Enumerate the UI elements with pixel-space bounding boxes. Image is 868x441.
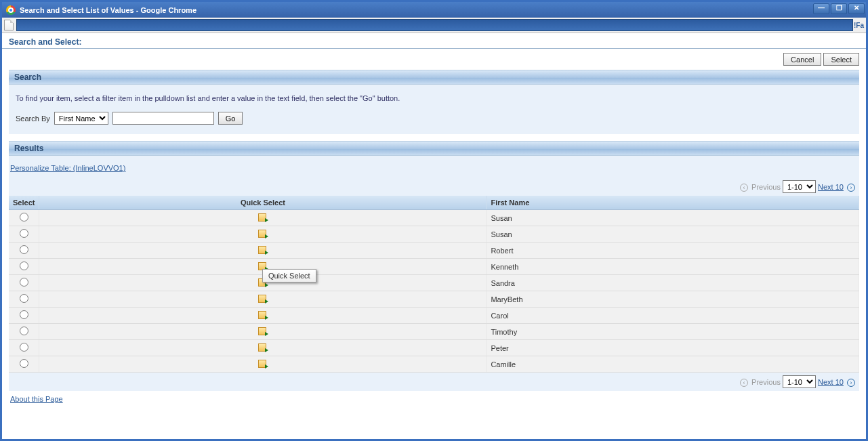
search-help-text: To find your item, select a filter item … — [16, 94, 852, 102]
row-select-radio[interactable] — [20, 278, 28, 287]
row-select-radio[interactable] — [20, 229, 28, 238]
address-bar[interactable] — [16, 19, 853, 31]
first-name-cell: Peter — [487, 340, 859, 356]
table-row: Peter — [9, 340, 859, 356]
search-by-label: Search By — [16, 114, 50, 123]
search-panel: To find your item, select a filter item … — [9, 85, 859, 134]
quick-select-icon[interactable] — [258, 311, 268, 319]
first-name-cell: Sandra — [487, 275, 859, 291]
about-page-link[interactable]: About this Page — [2, 391, 63, 403]
col-quick-select: Quick Select — [39, 196, 487, 210]
quick-select-icon[interactable] — [258, 343, 268, 352]
next-icon-top[interactable]: › — [847, 184, 855, 192]
row-select-radio[interactable] — [20, 327, 28, 335]
first-name-cell: Robert — [487, 243, 859, 259]
table-row: Sandra — [9, 275, 859, 291]
table-row: Susan — [9, 210, 859, 226]
range-select-top[interactable]: 1-10 — [783, 180, 816, 193]
table-row: Susan — [9, 226, 859, 243]
results-section-header: Results — [9, 141, 859, 156]
previous-label-bottom: Previous — [751, 378, 781, 386]
table-row: Camille — [9, 356, 859, 373]
maximize-button[interactable]: ❐ — [831, 3, 847, 14]
page-icon — [4, 20, 14, 30]
col-first-name: First Name — [487, 196, 859, 210]
quick-select-icon[interactable] — [258, 327, 268, 335]
window-title: Search and Select List of Values - Googl… — [20, 6, 197, 14]
window-titlebar: Search and Select List of Values - Googl… — [2, 2, 866, 18]
next-link-top[interactable]: Next 10 — [818, 183, 844, 191]
prev-icon-bottom: ‹ — [740, 379, 748, 387]
pager-top: ‹ Previous 1-10 Next 10 › — [9, 177, 859, 196]
first-name-cell: Camille — [487, 356, 859, 373]
table-row: Carol — [9, 308, 859, 324]
page-title: Search and Select: — [2, 33, 866, 49]
minimize-button[interactable]: — — [813, 3, 829, 14]
quick-select-icon[interactable] — [258, 360, 268, 368]
search-section-header: Search — [9, 70, 859, 85]
results-table: Select Quick Select First Name SusanSusa… — [9, 196, 859, 373]
row-select-radio[interactable] — [20, 310, 28, 319]
select-button[interactable]: Select — [823, 53, 859, 66]
first-name-cell: Kenneth — [487, 259, 859, 275]
table-row: Robert — [9, 243, 859, 259]
range-select-bottom[interactable]: 1-10 — [783, 375, 816, 388]
row-select-radio[interactable] — [20, 359, 28, 368]
table-row: Timothy — [9, 324, 859, 340]
quick-select-icon[interactable] — [258, 230, 268, 238]
page-action-row: Cancel Select — [2, 49, 866, 70]
address-truncated: !Fa — [854, 22, 864, 29]
row-select-radio[interactable] — [20, 245, 28, 254]
search-input[interactable] — [112, 112, 214, 125]
go-button[interactable]: Go — [218, 112, 243, 125]
quick-select-icon[interactable] — [258, 246, 268, 254]
first-name-cell: MaryBeth — [487, 291, 859, 308]
quick-select-tooltip: Quick Select — [262, 269, 316, 282]
personalize-table-link[interactable]: Personalize Table: (InlineLOVVO1) — [9, 160, 125, 177]
first-name-cell: Carol — [487, 308, 859, 324]
table-row: MaryBeth — [9, 291, 859, 308]
address-row: !Fa — [2, 18, 866, 33]
cancel-button[interactable]: Cancel — [783, 53, 821, 66]
row-select-radio[interactable] — [20, 261, 28, 270]
quick-select-icon[interactable] — [258, 295, 268, 303]
first-name-cell: Susan — [487, 210, 859, 226]
chrome-icon — [6, 5, 16, 15]
row-select-radio[interactable] — [20, 343, 28, 352]
close-button[interactable]: ✕ — [848, 3, 865, 14]
quick-select-icon[interactable] — [258, 213, 268, 222]
next-link-bottom[interactable]: Next 10 — [818, 378, 844, 386]
results-panel: Personalize Table: (InlineLOVVO1) ‹ Prev… — [9, 156, 859, 391]
search-by-select[interactable]: First Name — [54, 112, 108, 125]
previous-label-top: Previous — [751, 183, 781, 191]
pager-bottom: ‹ Previous 1-10 Next 10 › — [9, 373, 859, 391]
next-icon-bottom[interactable]: › — [847, 379, 855, 387]
first-name-cell: Susan — [487, 226, 859, 243]
row-select-radio[interactable] — [20, 213, 28, 222]
table-row: Kenneth — [9, 259, 859, 275]
first-name-cell: Timothy — [487, 324, 859, 340]
prev-icon-top: ‹ — [740, 184, 748, 192]
row-select-radio[interactable] — [20, 294, 28, 303]
col-select: Select — [9, 196, 39, 210]
